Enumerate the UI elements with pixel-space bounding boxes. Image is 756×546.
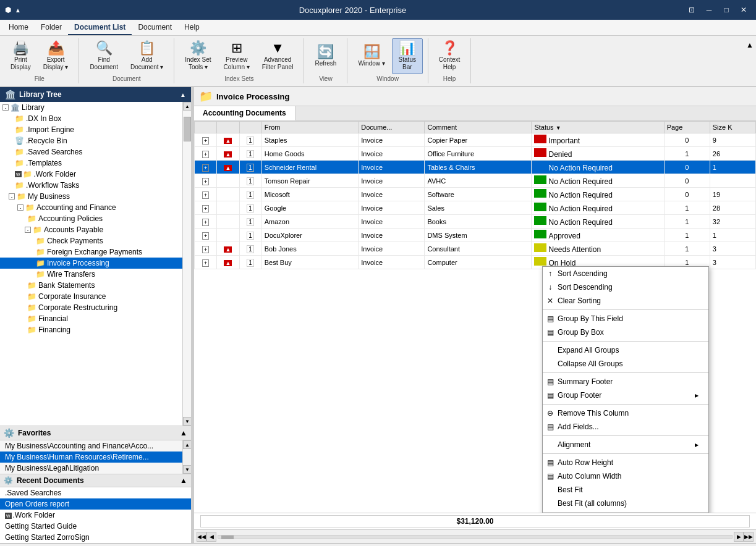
table-row[interactable]: + ▲ 1 Home Goods Invoice Office Furnitur… (195, 147, 756, 161)
recent-header[interactable]: ⚙️ Recent Documents ▲ (0, 474, 191, 487)
tree-item-my-business[interactable]: - 📁 My Business (0, 191, 182, 202)
print-display-button[interactable]: 🖨️ PrintDisplay (5, 38, 36, 74)
ctx-alignment[interactable]: Alignment ▶ (543, 438, 708, 452)
tree-scroll-thumb[interactable] (184, 117, 191, 141)
expand-icon[interactable]: + (202, 164, 209, 172)
maximize-button[interactable]: □ (719, 4, 734, 16)
table-row[interactable]: + 1 Tomson Repair Invoice AVHC No Action… (195, 174, 756, 188)
ctx-best-fit[interactable]: Best Fit (543, 483, 708, 497)
export-display-button[interactable]: 📤 ExportDisplay ▾ (38, 38, 74, 74)
close-button[interactable]: ✕ (736, 4, 751, 16)
table-row[interactable]: + ▲ 1 Bob Jones Invoice Consultant (195, 242, 756, 256)
accounts-payable-toggle[interactable]: - (25, 227, 31, 233)
expand-icon[interactable]: + (202, 178, 209, 185)
context-help-button[interactable]: ❓ ContextHelp (433, 38, 465, 74)
find-document-button[interactable]: 🔍 FindDocument (84, 38, 124, 74)
tree-item-library[interactable]: - 🏛️ Library (0, 102, 182, 113)
sidebar-collapse-btn[interactable]: ▲ (180, 91, 186, 98)
refresh-button[interactable]: 🔄 Refresh (309, 42, 342, 70)
tree-item-wire-transfers[interactable]: 📁 Wire Transfers (0, 269, 182, 280)
ctx-sort-ascending[interactable]: ↑Sort Ascending (543, 267, 708, 280)
expand-icon[interactable]: + (202, 205, 209, 212)
tree-item-accounts-payable[interactable]: - 📁 Accounts Payable (0, 224, 182, 235)
fav-scroll-up[interactable]: ▲ (183, 440, 192, 449)
tree-item-check-payments[interactable]: 📁 Check Payments (0, 235, 182, 246)
expand-icon[interactable]: + (202, 219, 209, 226)
menu-home[interactable]: Home (2, 20, 35, 35)
menu-help[interactable]: Help (178, 20, 206, 35)
preview-column-button[interactable]: ⊞ PreviewColumn ▾ (218, 38, 255, 74)
ctx-summary-footer[interactable]: ▤Summary Footer (543, 375, 708, 388)
ribbon-collapse[interactable]: ▲ (744, 38, 756, 83)
col-doctype-header[interactable]: Docume... (359, 122, 425, 133)
ctx-group-by-box[interactable]: ▤Group By Box (543, 326, 708, 339)
fav-item-0[interactable]: My Business\Accounting and Finance\Acco.… (0, 440, 182, 452)
expand-icon[interactable]: + (202, 191, 209, 199)
fav-item-1[interactable]: My Business\Human Resources\Retireme... (0, 452, 182, 463)
tab-accounting-documents[interactable]: Accounting Documents (194, 106, 295, 120)
expand-icon[interactable]: + (202, 246, 209, 253)
col-from-header[interactable]: From (261, 122, 359, 133)
fav-item-2[interactable]: My Business\Legal\Litigation (0, 463, 182, 474)
tree-item-corporate-restructuring[interactable]: 📁 Corporate Restructuring (0, 302, 182, 313)
tree-item-work-folder[interactable]: w 📁 .Work Folder (0, 169, 182, 180)
ctx-collapse-all[interactable]: Collapse All Groups (543, 357, 708, 371)
recent-item-open-orders[interactable]: Open Orders report (0, 498, 191, 510)
ctx-best-fit-all[interactable]: Best Fit (all columns) (543, 497, 708, 510)
tree-item-corporate-insurance[interactable]: 📁 Corporate Insurance (0, 291, 182, 302)
col-pages-header[interactable]: Page (664, 122, 710, 133)
tree-item-financial[interactable]: 📁 Financial (0, 313, 182, 324)
nav-thumb[interactable] (221, 536, 234, 539)
table-row[interactable]: + 1 Google Invoice Sales No Action Requi… (195, 201, 756, 215)
tree-scroll-up[interactable]: ▲ (183, 102, 191, 111)
ctx-auto-col-width[interactable]: ▤Auto Column Width (543, 469, 708, 483)
fav-scroll-down[interactable]: ▼ (183, 465, 192, 474)
nav-left-arrow[interactable]: ◀◀ (197, 532, 206, 542)
col-size-header[interactable]: Size K (710, 122, 755, 133)
nav-track[interactable] (218, 535, 733, 539)
col-type-header[interactable] (239, 122, 261, 133)
tree-item-accounting-policies[interactable]: 📁 Accounting Policies (0, 213, 182, 224)
window-button[interactable]: 🪟 Window ▾ (352, 42, 390, 70)
restore-button[interactable]: ⊡ (684, 4, 699, 16)
library-toggle[interactable]: - (2, 104, 9, 111)
tree-item-import-engine[interactable]: 📁 .Import Engine (0, 124, 182, 135)
minimize-button[interactable]: ─ (702, 4, 716, 16)
add-document-button[interactable]: 📋 AddDocument ▾ (125, 38, 169, 74)
recent-item-work-folder[interactable]: w.Work Folder (0, 510, 191, 521)
index-set-tools-button[interactable]: ⚙️ Index SetTools ▾ (179, 38, 216, 74)
fav-scrollbar[interactable]: ▲ ▼ (182, 440, 191, 474)
ctx-add-fields[interactable]: ▤Add Fields... (543, 420, 708, 434)
nav-right-arrow[interactable]: ▶▶ (744, 532, 754, 542)
table-row[interactable]: + 1 DocuXplorer Invoice DMS System Appro… (195, 229, 756, 242)
col-status-header[interactable]: Status ▼ (532, 122, 664, 133)
menu-document[interactable]: Document (132, 20, 178, 35)
advanced-filter-button[interactable]: ▼ AdvancedFilter Panel (257, 38, 299, 74)
tree-item-accounting-finance[interactable]: - 📁 Accounting and Finance (0, 202, 182, 213)
recent-item-getting-started[interactable]: Getting Started Guide (0, 521, 191, 532)
tree-scroll-down[interactable]: ▼ (183, 417, 191, 426)
my-business-toggle[interactable]: - (9, 193, 15, 200)
ctx-remove-column[interactable]: ⊖Remove This Column (543, 406, 708, 420)
tree-item-invoice-processing[interactable]: 📁 Invoice Processing (0, 258, 182, 269)
nav-prev-arrow[interactable]: ◀ (206, 532, 216, 542)
table-row[interactable]: + ▲ 1 Staples Invoice Copier Paper (195, 133, 756, 147)
status-bar-button[interactable]: 📊 StatusBar (392, 38, 423, 74)
favorites-header[interactable]: ⚙️ Favorites ▲ (0, 426, 191, 440)
expand-icon[interactable]: + (202, 151, 209, 158)
tree-item-dx-inbox[interactable]: 📁 .DX In Box (0, 113, 182, 124)
col-expand-header[interactable] (195, 122, 217, 133)
tree-item-saved-searches[interactable]: 📁 .Saved Searches (0, 146, 182, 158)
ctx-expand-all[interactable]: Expand All Groups (543, 343, 708, 357)
tree-item-financing[interactable]: 📁 Financing (0, 324, 182, 335)
col-comment-header[interactable]: Comment (425, 122, 532, 133)
ctx-group-footer[interactable]: ▤Group Footer ▶ (543, 388, 708, 402)
tree-item-recycle-bin[interactable]: 🗑️ .Recycle Bin (0, 135, 182, 146)
expand-icon[interactable]: + (202, 232, 209, 240)
recent-item-zorrosign[interactable]: Getting Started ZorroSign (0, 532, 191, 543)
tree-item-templates[interactable]: 📁 .Templates (0, 158, 182, 169)
recent-item-saved-searches[interactable]: .Saved Searches (0, 487, 191, 498)
ctx-group-by-field[interactable]: ▤Group By This Field (543, 312, 708, 326)
document-grid[interactable]: From Docume... Comment Status ▼ Page Siz… (194, 121, 756, 513)
nav-next-arrow[interactable]: ▶ (734, 532, 744, 542)
